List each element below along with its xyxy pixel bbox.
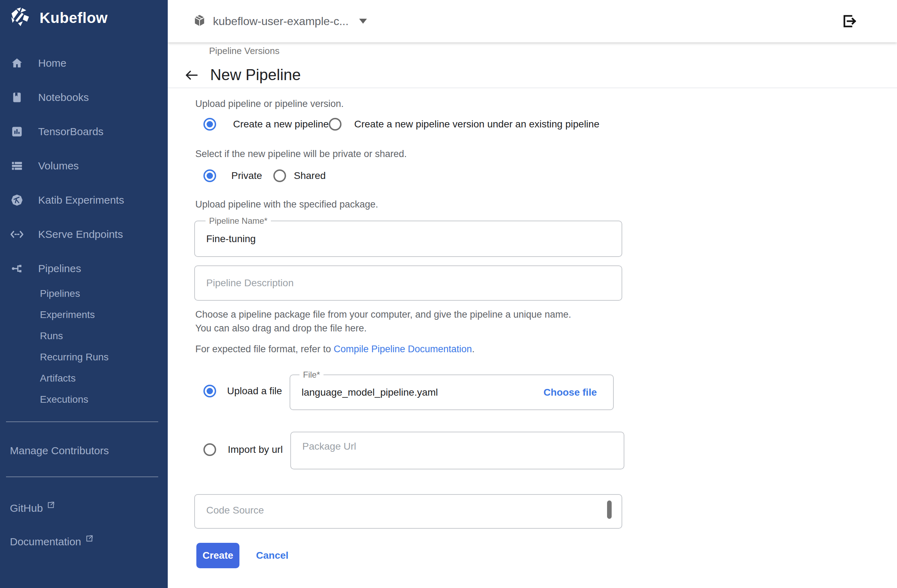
sidebar-item-label: TensorBoards [38,126,104,137]
package-url-input[interactable] [291,432,624,469]
github-link-label: GitHub [10,502,43,514]
pipeline-name-field-box: Pipeline Name* [194,221,622,257]
sidebar-divider [6,477,158,477]
radio-label-create-new-pipeline[interactable]: Create a new pipeline [233,118,329,131]
external-link-icon [86,532,93,546]
sidebar-item-katib-experiments[interactable]: Katib Experiments [0,183,168,217]
chevron-down-icon [359,19,367,24]
sidebar-item-label: Notebooks [38,92,89,104]
compile-pipeline-documentation-link[interactable]: Compile Pipeline Documentation [334,344,472,354]
sidebar-subitem-executions[interactable]: Executions [0,389,168,410]
sidebar-subitem-experiments[interactable]: Experiments [0,304,168,325]
scrollbar-thumb[interactable] [607,501,612,519]
create-button[interactable]: Create [196,543,239,568]
pipeline-description-input[interactable] [195,266,621,300]
sidebar: Kubeflow Home Notebooks TensorBoards [0,0,168,588]
documentation-link-label: Documentation [10,536,81,547]
app-title: Kubeflow [40,9,108,26]
sidebar-item-notebooks[interactable]: Notebooks [0,80,168,115]
storage-icon [10,159,24,173]
back-arrow-icon[interactable] [184,68,199,82]
sidebar-subitem-label: Experiments [40,309,95,321]
sidebar-item-pipelines[interactable]: Pipelines [0,251,168,286]
format-help-suffix: . [472,344,475,354]
code-source-input[interactable] [195,495,621,528]
sidebar-item-volumes[interactable]: Volumes [0,148,168,183]
upload-section-label: Upload pipeline or pipeline version. [195,98,344,110]
code-source-field-box [194,494,622,529]
package-help-line2: You can also drag and drop the file here… [195,322,367,334]
home-icon [10,56,24,70]
external-link-icon [47,498,55,512]
sidebar-subitem-label: Recurring Runs [40,351,109,363]
sidebar-item-label: Katib Experiments [38,194,124,206]
cancel-button[interactable]: Cancel [253,543,292,568]
sidebar-subitem-pipelines[interactable]: Pipelines [0,283,168,304]
endpoints-icon [10,227,24,241]
radio-create-pipeline-version[interactable] [329,118,341,131]
kubeflow-app: Kubeflow Home Notebooks TensorBoards [0,0,897,588]
sidebar-item-label: Pipelines [38,263,81,275]
radio-label-import-by-url[interactable]: Import by url [228,443,283,456]
chart-icon [10,125,24,139]
notebook-icon [10,90,24,104]
radio-label-create-pipeline-version[interactable]: Create a new pipeline version under an e… [354,118,599,131]
radio-upload-a-file[interactable] [204,385,216,397]
manage-contributors-label: Manage Contributors [10,445,109,457]
sidebar-subitem-label: Pipelines [40,288,80,299]
sidebar-subitem-recurring-runs[interactable]: Recurring Runs [0,347,168,368]
radio-import-by-url[interactable] [204,443,216,456]
radio-label-upload-a-file[interactable]: Upload a file [227,385,282,397]
telescope-icon [10,193,24,207]
format-help-prefix: For expected file format, refer to [195,344,334,354]
file-field-value: language_model_pipeline.yaml [302,375,438,409]
sidebar-item-kserve-endpoints[interactable]: KServe Endpoints [0,217,168,251]
pipeline-name-field-label: Pipeline Name* [205,216,271,226]
choose-file-button[interactable]: Choose file [543,375,597,409]
documentation-link[interactable]: Documentation [10,535,93,549]
sidebar-item-label: Home [38,57,66,69]
file-field-box: File* language_model_pipeline.yaml Choos… [289,374,614,410]
pipeline-name-input[interactable] [195,221,621,256]
tab-pipeline-versions[interactable]: Pipeline Versions [209,45,279,57]
package-section-label: Upload pipeline with the specified packa… [195,199,378,210]
sidebar-subitem-artifacts[interactable]: Artifacts [0,368,168,389]
namespace-label: kubeflow-user-example-c... [213,15,349,28]
radio-create-new-pipeline[interactable] [204,118,216,131]
sidebar-item-tensorboards[interactable]: TensorBoards [0,115,168,148]
manage-contributors-link[interactable]: Manage Contributors [10,444,109,458]
namespace-selector[interactable]: kubeflow-user-example-c... [194,0,367,42]
sidebar-item-label: Volumes [38,160,79,172]
kubeflow-logo-icon [10,7,31,29]
sidebar-subitem-label: Runs [40,330,63,342]
radio-private[interactable] [204,170,216,182]
sidebar-divider [6,422,158,422]
cube-icon [194,14,205,28]
sidebar-nav: Home Notebooks TensorBoards Volumes [0,46,168,286]
logout-button[interactable] [840,13,857,30]
format-help-line: For expected file format, refer to Compi… [195,343,475,355]
page-title: New Pipeline [210,64,301,86]
package-help-line1: Choose a pipeline package file from your… [195,309,571,321]
sidebar-item-home[interactable]: Home [0,46,168,80]
header-divider [168,87,897,88]
github-link[interactable]: GitHub [10,501,55,515]
sidebar-subitem-runs[interactable]: Runs [0,325,168,347]
radio-shared[interactable] [273,170,286,182]
radio-label-shared[interactable]: Shared [294,170,326,182]
pipelines-subnav: Pipelines Experiments Runs Recurring Run… [0,283,168,410]
radio-label-private[interactable]: Private [231,170,262,182]
kubeflow-logo[interactable]: Kubeflow [10,7,108,29]
pipelines-icon [10,261,24,276]
top-toolbar: kubeflow-user-example-c... [168,0,897,42]
pipeline-description-field-box [194,266,622,301]
package-url-field-box [290,432,625,469]
visibility-section-label: Select if the new pipeline will be priva… [195,148,407,160]
sidebar-item-label: KServe Endpoints [38,228,123,240]
sidebar-subitem-label: Artifacts [40,373,76,384]
sidebar-subitem-label: Executions [40,394,88,405]
main-content: Pipeline Versions New Pipeline Upload pi… [168,42,897,588]
